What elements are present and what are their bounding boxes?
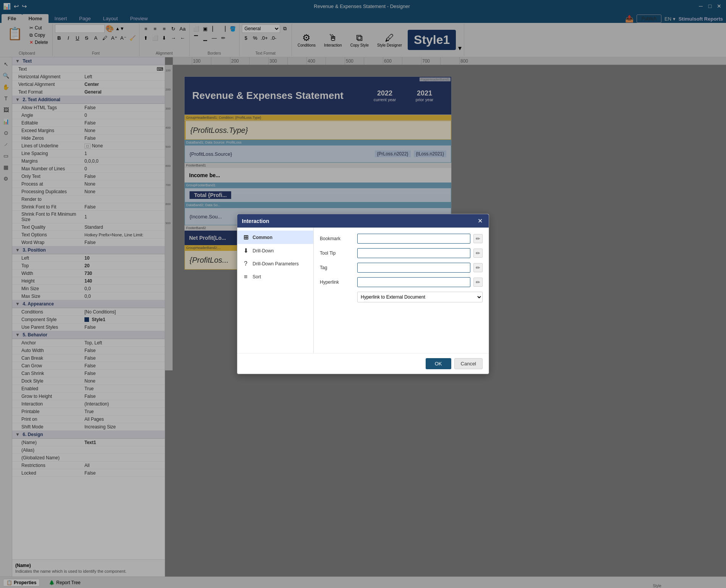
cancel-button[interactable]: Cancel: [454, 358, 483, 369]
bookmark-field-row: Bookmark ✏: [320, 234, 483, 244]
drilldown-params-icon: ?: [242, 260, 250, 267]
sidebar-item-drilldown-params[interactable]: ? Drill-Down Parameters: [237, 257, 313, 270]
sidebar-item-common[interactable]: ⊞ Common: [237, 231, 313, 244]
dialog-header: Interaction ✕: [237, 214, 489, 228]
tag-edit-btn[interactable]: ✏: [473, 263, 483, 272]
dialog-content: Bookmark ✏ Tool Tip ✏ Tag ✏ Hyperlink: [314, 228, 489, 353]
bookmark-label: Bookmark: [320, 236, 354, 241]
bookmark-edit-btn[interactable]: ✏: [473, 234, 483, 243]
dialog-footer: OK Cancel: [237, 353, 489, 374]
dialog-close-button[interactable]: ✕: [476, 217, 484, 225]
hyperlink-input[interactable]: [357, 277, 470, 287]
hyperlink-type-row: Hyperlink to External Document Hyperlink…: [320, 292, 483, 302]
sort-icon: ≡: [242, 273, 250, 280]
ok-button[interactable]: OK: [426, 358, 451, 369]
drilldown-icon: ⬇: [242, 247, 250, 254]
dialog-body: ⊞ Common ⬇ Drill-Down ? Drill-Down Param…: [237, 228, 489, 353]
tag-label: Tag: [320, 265, 354, 270]
dialog-sidebar: ⊞ Common ⬇ Drill-Down ? Drill-Down Param…: [237, 228, 314, 353]
sidebar-item-sort[interactable]: ≡ Sort: [237, 270, 313, 283]
interaction-dialog: Interaction ✕ ⊞ Common ⬇ Drill-Down ? Dr…: [237, 214, 489, 374]
common-icon: ⊞: [242, 234, 250, 241]
tooltip-label: Tool Tip: [320, 250, 354, 256]
dialog-overlay: Interaction ✕ ⊞ Common ⬇ Drill-Down ? Dr…: [0, 0, 726, 588]
bookmark-input[interactable]: [357, 234, 470, 244]
hyperlink-field-row: Hyperlink ✏: [320, 277, 483, 287]
tag-input[interactable]: [357, 263, 470, 273]
sidebar-item-drilldown[interactable]: ⬇ Drill-Down: [237, 244, 313, 257]
hyperlink-edit-btn[interactable]: ✏: [473, 278, 483, 287]
hyperlink-label: Hyperlink: [320, 279, 354, 285]
hyperlink-type-select[interactable]: Hyperlink to External Document Hyperlink…: [357, 292, 483, 302]
dialog-title: Interaction: [242, 218, 269, 224]
tooltip-input[interactable]: [357, 248, 470, 258]
tooltip-field-row: Tool Tip ✏: [320, 248, 483, 258]
tag-field-row: Tag ✏: [320, 263, 483, 273]
tooltip-edit-btn[interactable]: ✏: [473, 249, 483, 258]
